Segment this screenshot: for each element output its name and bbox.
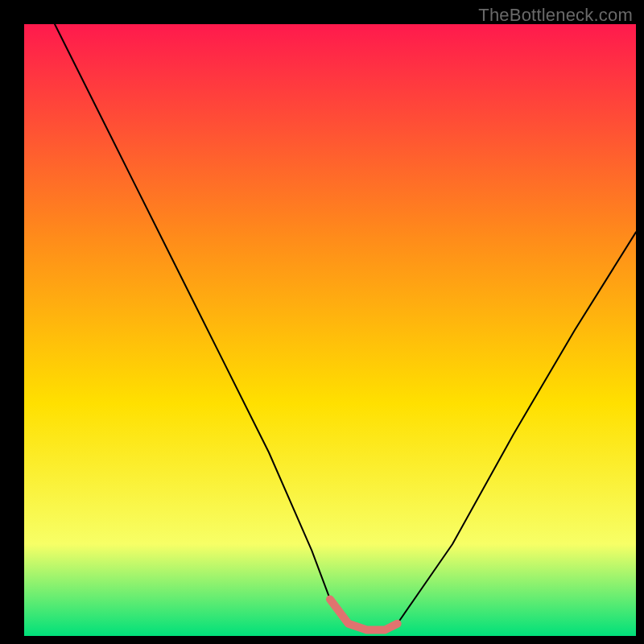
chart-frame: TheBottleneck.com xyxy=(0,0,644,644)
bottleneck-chart xyxy=(0,0,644,644)
plot-background xyxy=(24,24,636,636)
watermark-label: TheBottleneck.com xyxy=(478,5,633,26)
